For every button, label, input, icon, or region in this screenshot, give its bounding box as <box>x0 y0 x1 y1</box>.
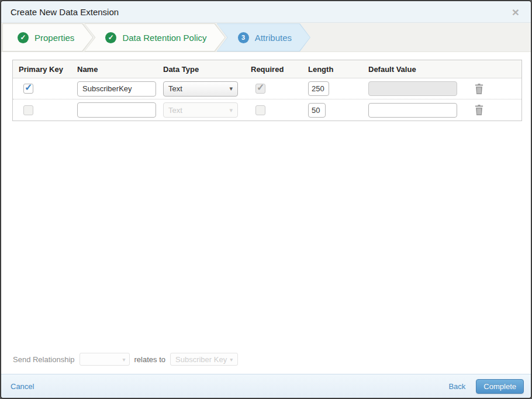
length-input[interactable] <box>308 103 326 118</box>
back-link[interactable]: Back <box>448 382 465 391</box>
chevron-down-icon: ▾ <box>123 356 126 363</box>
attributes-table-header: Primary Key Name Data Type Required Leng… <box>13 60 521 78</box>
step-label: Data Retention Policy <box>122 33 206 43</box>
create-data-extension-dialog: Create New Data Extension × ✓ Properties… <box>0 0 532 399</box>
col-header-default-value: Default Value <box>362 65 462 74</box>
chevron-down-icon: ▾ <box>229 85 233 92</box>
step-complete-check-icon: ✓ <box>105 32 116 43</box>
attribute-row: ✓ Text ▾ ✓ <box>13 78 521 99</box>
col-header-data-type: Data Type <box>157 65 245 74</box>
default-value-input[interactable] <box>368 103 457 118</box>
name-input[interactable] <box>77 102 156 118</box>
chevron-down-icon: ▾ <box>230 356 233 363</box>
step-data-retention-policy[interactable]: ✓ Data Retention Policy <box>84 23 225 51</box>
step-attributes[interactable]: 3 Attributes <box>217 23 310 51</box>
data-type-select[interactable]: Text ▾ <box>163 81 238 97</box>
content-spacer <box>1 121 531 353</box>
check-icon: ✓ <box>25 82 32 93</box>
dialog-content: Primary Key Name Data Type Required Leng… <box>1 52 531 374</box>
attribute-row: ✓ Text ▾ ✓ <box>13 99 521 121</box>
primary-key-checkbox[interactable]: ✓ <box>23 105 33 115</box>
delete-row-button[interactable] <box>475 105 483 115</box>
step-number-badge: 3 <box>238 32 249 43</box>
required-checkbox[interactable]: ✓ <box>255 105 265 115</box>
col-header-length: Length <box>302 65 362 74</box>
step-complete-check-icon: ✓ <box>18 32 29 43</box>
col-header-required: Required <box>245 65 302 74</box>
dialog-title: Create New Data Extension <box>11 7 510 17</box>
name-input[interactable] <box>77 81 156 97</box>
default-value-input <box>368 81 457 96</box>
step-label: Attributes <box>255 33 292 43</box>
data-type-value: Text <box>168 106 182 115</box>
dialog-footer: Cancel Back Complete <box>1 374 531 398</box>
attributes-table: Primary Key Name Data Type Required Leng… <box>12 60 522 121</box>
col-header-primary-key: Primary Key <box>13 65 71 74</box>
close-icon[interactable]: × <box>510 5 521 19</box>
cancel-link[interactable]: Cancel <box>11 382 34 391</box>
step-label: Properties <box>34 33 74 43</box>
trash-icon <box>475 105 483 115</box>
check-icon: ✓ <box>257 82 264 93</box>
col-header-name: Name <box>71 65 157 74</box>
length-input[interactable] <box>308 81 329 96</box>
relates-to-select: Subscriber Key ▾ <box>170 353 238 366</box>
required-checkbox: ✓ <box>255 84 265 94</box>
send-relationship-select: ▾ <box>80 353 130 366</box>
send-relationship-label: Send Relationship <box>13 355 75 364</box>
data-type-value: Text <box>168 84 182 93</box>
trash-icon <box>475 84 483 94</box>
wizard-steps: ✓ Properties ✓ Data Retention Policy 3 A… <box>1 23 531 52</box>
delete-row-button[interactable] <box>475 84 483 94</box>
complete-button[interactable]: Complete <box>476 379 524 394</box>
step-properties[interactable]: ✓ Properties <box>2 23 93 51</box>
primary-key-checkbox[interactable]: ✓ <box>23 84 33 94</box>
data-type-select: Text ▾ <box>163 102 238 118</box>
relates-to-label: relates to <box>134 355 165 364</box>
send-relationship-row: Send Relationship ▾ relates to Subscribe… <box>1 353 531 374</box>
relates-to-value: Subscriber Key <box>175 355 227 364</box>
dialog-titlebar: Create New Data Extension × <box>1 1 531 23</box>
chevron-down-icon: ▾ <box>229 106 233 114</box>
